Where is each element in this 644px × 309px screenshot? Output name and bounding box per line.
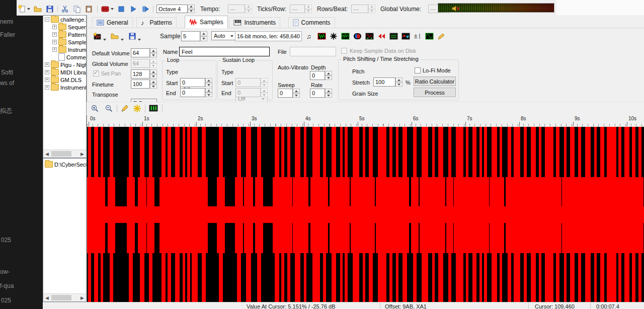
- tab-comments[interactable]: Comments: [288, 17, 335, 28]
- loop-start-spinner[interactable]: [205, 78, 212, 87]
- reverse-icon[interactable]: [377, 32, 386, 40]
- global-volume-param-spinner[interactable]: [150, 59, 157, 68]
- tempo-value[interactable]: ---: [228, 5, 245, 13]
- open-sample-dropdown-icon[interactable]: [121, 35, 124, 45]
- lower-tree-hscrollbar[interactable]: ◀ ▶: [43, 293, 86, 301]
- tree-item-pigu-nightfall-mptm[interactable]: +Pigu - Nightfall.mptm: [43, 61, 86, 68]
- sweep-field[interactable]: 0: [278, 89, 293, 98]
- loop-end-spinner[interactable]: [205, 88, 212, 97]
- stretch-spinner[interactable]: [395, 78, 403, 87]
- unsign-icon[interactable]: ±: [414, 32, 422, 40]
- ticks-row-value[interactable]: ---: [290, 5, 305, 13]
- tree-item-sequence[interactable]: +Sequence: [43, 23, 86, 31]
- zoom-out-icon[interactable]: [105, 104, 113, 113]
- midi-record-dropdown-icon[interactable]: [111, 5, 114, 13]
- speaker-mute-icon[interactable]: [452, 5, 461, 13]
- sustain-start-field[interactable]: 0: [235, 78, 261, 87]
- rows-beat-value[interactable]: ---: [351, 5, 368, 13]
- expand-icon[interactable]: +: [45, 70, 49, 74]
- set-pan-field[interactable]: 128: [131, 69, 150, 79]
- lofi-mode-checkbox[interactable]: Lo-Fi Mode: [415, 67, 451, 73]
- new-sample-icon[interactable]: [93, 31, 102, 41]
- stop-icon[interactable]: [118, 5, 125, 13]
- upper-tree-hscrollbar[interactable]: ◀ ▶: [43, 149, 86, 158]
- process-button[interactable]: Process: [414, 88, 456, 97]
- expand-icon[interactable]: +: [52, 32, 57, 37]
- scroll-thumb[interactable]: [51, 295, 71, 300]
- sustain-end-field[interactable]: 0: [235, 88, 261, 97]
- default-volume-field[interactable]: 64: [131, 48, 150, 57]
- scroll-thumb[interactable]: [51, 151, 71, 157]
- tempo-spinner[interactable]: [245, 5, 252, 13]
- keep-sample-data-checkbox[interactable]: Keep Sample Data on Disk: [341, 48, 416, 54]
- tab-instruments[interactable]: Instruments: [229, 17, 280, 28]
- sample-name-input[interactable]: Feel: [179, 47, 270, 56]
- save-sample-dropdown-icon[interactable]: [138, 35, 141, 45]
- finetune-field[interactable]: 100: [131, 80, 150, 89]
- midi-record-icon[interactable]: [101, 5, 110, 13]
- zoom-in-icon[interactable]: [91, 104, 99, 113]
- save-file-icon[interactable]: [46, 5, 54, 13]
- tree-item-instruments[interactable]: +Instruments: [43, 46, 86, 53]
- tree-item-challenge-xm[interactable]: −challenge.xm: [43, 16, 86, 23]
- global-volume-field[interactable]: 64: [131, 59, 150, 68]
- expand-icon[interactable]: +: [52, 40, 57, 44]
- loop-end-field[interactable]: 0: [180, 88, 205, 97]
- library-path-item[interactable]: D:\CyberSecurityLab\Tool\: [43, 161, 86, 168]
- scroll-right-icon[interactable]: ▶: [78, 150, 86, 158]
- sustain-end-spinner[interactable]: [261, 88, 268, 97]
- stereo-separation-icon[interactable]: [353, 32, 362, 40]
- waveform[interactable]: [87, 127, 644, 302]
- pattern-view-icon[interactable]: [149, 104, 158, 112]
- silence-icon[interactable]: [389, 32, 398, 40]
- tree-item-gm-dls[interactable]: +GM.DLS: [43, 76, 86, 84]
- invert-icon[interactable]: [401, 32, 410, 40]
- open-sample-icon[interactable]: [111, 31, 119, 41]
- expand-icon[interactable]: +: [45, 85, 49, 90]
- tree-item-samples[interactable]: +Samples: [43, 38, 86, 46]
- octave-spinner[interactable]: [188, 5, 195, 13]
- stretch-field[interactable]: 100: [373, 78, 395, 87]
- open-file-icon[interactable]: [34, 5, 42, 13]
- cut-icon[interactable]: [61, 5, 69, 13]
- normalize-icon[interactable]: [317, 32, 326, 40]
- copy-icon[interactable]: [73, 5, 81, 13]
- expand-icon[interactable]: +: [45, 62, 49, 67]
- tree-item-midi-library[interactable]: +MIDI Library: [43, 68, 86, 76]
- rate-spinner[interactable]: [325, 89, 332, 98]
- tree-item-patterns[interactable]: +Patterns: [43, 31, 86, 38]
- autotune-icon[interactable]: [425, 32, 434, 40]
- set-pan-checkbox[interactable]: Set Pan: [93, 70, 121, 76]
- draw-icon[interactable]: [437, 32, 445, 40]
- loop-start-field[interactable]: 0: [180, 78, 205, 87]
- finetune-spinner[interactable]: [150, 80, 157, 89]
- depth-spinner[interactable]: [325, 71, 332, 80]
- octave-select[interactable]: Octave 4: [156, 5, 188, 13]
- scroll-right-icon[interactable]: ▶: [78, 294, 86, 301]
- new-file-icon[interactable]: [18, 5, 26, 13]
- sustain-start-spinner[interactable]: [261, 78, 268, 87]
- sweep-spinner[interactable]: [293, 89, 300, 98]
- sample-number-field[interactable]: 5: [181, 31, 200, 41]
- play-note-icon[interactable]: ♫: [306, 32, 314, 40]
- generate-sample-icon[interactable]: [133, 104, 141, 113]
- sample-number-spinner[interactable]: [200, 31, 207, 41]
- draw-mode-icon[interactable]: [121, 104, 129, 113]
- sample-mode-select[interactable]: Auto: [211, 31, 236, 40]
- expand-icon[interactable]: +: [52, 47, 57, 52]
- tree-item-comments[interactable]: Comments: [43, 53, 86, 61]
- tab-samples[interactable]: Samples: [185, 16, 228, 28]
- expand-icon[interactable]: +: [52, 25, 57, 29]
- dc-offset-icon[interactable]: [341, 32, 350, 40]
- new-sample-dropdown-icon[interactable]: [103, 35, 106, 45]
- tab-general[interactable]: General: [92, 17, 133, 28]
- save-sample-icon[interactable]: [128, 31, 136, 41]
- rows-beat-spinner[interactable]: [368, 5, 375, 13]
- set-pan-spinner[interactable]: [150, 69, 157, 79]
- amplify-icon[interactable]: [330, 32, 338, 40]
- ticks-row-spinner[interactable]: [305, 5, 312, 13]
- paste-icon[interactable]: [85, 5, 93, 13]
- tab-patterns[interactable]: ♪Patterns: [136, 17, 177, 28]
- ratio-calculator-button[interactable]: Ratio Calculator: [414, 76, 456, 86]
- scroll-left-icon[interactable]: ◀: [43, 294, 51, 301]
